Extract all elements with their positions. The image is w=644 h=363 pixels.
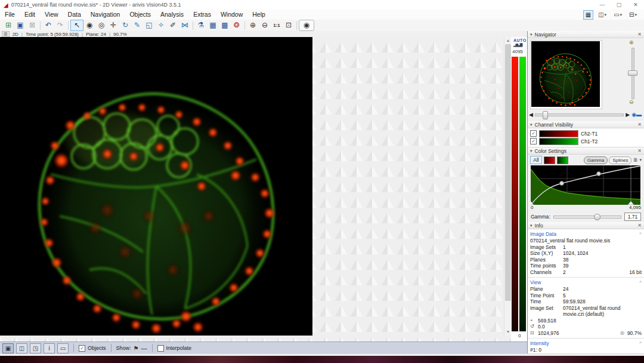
interpolate-checkbox[interactable] bbox=[157, 345, 164, 352]
layout-split-view-button[interactable]: ◫▾ bbox=[596, 10, 609, 20]
close-panel-icon[interactable]: ✕ bbox=[637, 122, 642, 127]
pan-hand-icon[interactable]: ✛ bbox=[107, 20, 119, 30]
objects-table-icon[interactable]: ▦ bbox=[207, 20, 219, 30]
collapse-up-icon[interactable]: ^ bbox=[639, 340, 642, 346]
menu-data[interactable]: Data bbox=[63, 10, 86, 20]
gamma-slider[interactable] bbox=[553, 216, 621, 219]
magnifier-icon[interactable]: ◎ bbox=[95, 20, 107, 30]
scalebar-icon[interactable]: — bbox=[141, 345, 147, 352]
close-button[interactable]: ✕ bbox=[627, 1, 644, 10]
navigator-header[interactable]: ▾ Navigator ✕ bbox=[528, 31, 644, 38]
color-settings-header[interactable]: ▾ Color Settings ✕ bbox=[528, 147, 644, 155]
nav-zoom-handle[interactable] bbox=[628, 70, 637, 76]
menu-objects[interactable]: Objects bbox=[125, 10, 156, 20]
image-data-section-header[interactable]: Image Data ^ bbox=[528, 229, 644, 238]
close-panel-icon[interactable]: ✕ bbox=[637, 148, 642, 153]
layout-windows-button[interactable]: ⊟▾ bbox=[627, 10, 639, 20]
color-picker-icon[interactable]: ◉ bbox=[83, 20, 95, 30]
histogram-curve-editor[interactable] bbox=[531, 165, 640, 205]
intensity-section-header[interactable]: Intensity ^ bbox=[528, 339, 644, 347]
close-panel-icon[interactable]: ✕ bbox=[637, 223, 642, 228]
close-panel-icon[interactable]: ✕ bbox=[637, 32, 642, 37]
red-channel-swatch[interactable] bbox=[544, 156, 555, 164]
redo-icon[interactable]: ↷ bbox=[54, 20, 66, 30]
image-filename: 070214_ventral flat round movie.sis bbox=[528, 238, 644, 244]
collapse-icon[interactable]: ▾ bbox=[530, 122, 532, 127]
nav-zoom-out-icon[interactable]: ⊖ bbox=[629, 99, 634, 105]
view-gallery-button[interactable]: ◫ bbox=[16, 343, 27, 353]
collapse-icon[interactable]: ▾ bbox=[530, 149, 532, 153]
collapse-icon[interactable]: ▾ bbox=[530, 32, 532, 37]
view-section-header[interactable]: View ^ bbox=[528, 278, 644, 286]
snapshot-camera-icon[interactable]: ◉ bbox=[299, 20, 314, 31]
undo-icon[interactable]: ↶ bbox=[42, 20, 54, 30]
slider-handle[interactable] bbox=[543, 111, 548, 119]
channel-visibility-header[interactable]: ▾ Channel Visibility ✕ bbox=[528, 121, 644, 128]
channel-color-swatch[interactable] bbox=[539, 138, 578, 145]
movie-export-icon[interactable]: ◉▬ bbox=[631, 112, 642, 118]
auto-contrast-button[interactable]: AUTO bbox=[513, 38, 527, 42]
magic-wand-icon[interactable]: ✧ bbox=[155, 20, 167, 30]
gamma-slider-handle[interactable] bbox=[594, 214, 600, 220]
splines-mode-button[interactable]: Splines bbox=[609, 156, 631, 164]
info-header[interactable]: ▾ Info ✕ bbox=[528, 222, 644, 229]
gamma-value-input[interactable]: 1.71 bbox=[624, 213, 641, 221]
open-file-icon[interactable]: ⊞ bbox=[2, 20, 14, 30]
channel-row[interactable]: ✓ Ch1-T2 bbox=[528, 137, 644, 145]
color-wheel-icon[interactable]: ❂ bbox=[231, 20, 243, 30]
rotate-view-icon[interactable]: ↻ bbox=[119, 20, 131, 30]
channel-checkbox[interactable]: ✓ bbox=[530, 138, 537, 144]
channel-row[interactable]: ✓ Ch2-T1 bbox=[528, 130, 644, 137]
table-settings-icon[interactable]: ▩ bbox=[219, 20, 231, 30]
close-file-icon[interactable]: ⊠ bbox=[26, 20, 38, 30]
collapse-icon[interactable]: ▾ bbox=[530, 223, 532, 228]
analysis-flask-icon[interactable]: ⚗ bbox=[195, 20, 207, 30]
layout-single-view-button[interactable]: ▦ bbox=[583, 10, 593, 20]
menu-analysis[interactable]: Analysis bbox=[156, 10, 188, 20]
annotations-icon[interactable]: ⚑ bbox=[134, 345, 139, 352]
scrollbar-thumb[interactable] bbox=[505, 44, 511, 301]
zoom-in-icon[interactable]: ⊕ bbox=[247, 20, 259, 30]
zoom-out-icon[interactable]: ⊖ bbox=[259, 20, 271, 30]
zoom-region-icon[interactable]: ◱ bbox=[143, 20, 155, 30]
viewer-canvas[interactable]: ▲ ▼ AUTO ▂▆▃▇ 4095 0 bbox=[0, 37, 527, 342]
layout-compare-button[interactable]: ▭▾ bbox=[611, 10, 624, 20]
track-graph-icon[interactable]: ⋈ bbox=[179, 20, 191, 30]
collapse-up-icon[interactable]: ^ bbox=[639, 231, 642, 237]
save-file-icon[interactable]: ▣ bbox=[14, 20, 26, 30]
view-info-button[interactable]: i bbox=[44, 343, 55, 353]
slider-track[interactable] bbox=[535, 113, 624, 116]
all-channels-button[interactable]: All bbox=[530, 156, 542, 164]
channel-checkbox[interactable]: ✓ bbox=[530, 130, 537, 137]
gamma-mode-button[interactable]: Gamma bbox=[584, 156, 608, 164]
presets-icon[interactable]: 🗎 bbox=[633, 157, 638, 163]
collapse-up-icon[interactable]: ^ bbox=[639, 279, 642, 285]
menu-file[interactable]: File bbox=[0, 10, 20, 20]
objects-checkbox[interactable]: ✓ bbox=[79, 345, 85, 352]
nav-zoom-in-icon[interactable]: ⊕ bbox=[629, 39, 634, 45]
navigator-thumbnail[interactable] bbox=[530, 40, 602, 109]
menu-edit[interactable]: Edit bbox=[20, 10, 40, 20]
channel-color-swatch[interactable] bbox=[539, 130, 578, 137]
menu-help[interactable]: Help bbox=[247, 10, 270, 20]
histogram-icon[interactable]: ▂▆▃▇ bbox=[513, 42, 522, 47]
select-pointer-icon[interactable]: ↖ bbox=[70, 20, 83, 31]
maximize-button[interactable]: ▢ bbox=[611, 1, 627, 10]
menu-view[interactable]: View bbox=[40, 10, 63, 20]
slider-right-icon[interactable]: ▶ bbox=[626, 112, 630, 118]
brush-icon[interactable]: ✎ bbox=[131, 20, 143, 30]
measure-icon[interactable]: ✐ bbox=[167, 20, 179, 30]
green-channel-swatch[interactable] bbox=[557, 156, 568, 164]
view-3d-button[interactable]: ◳ bbox=[30, 343, 41, 353]
view-presentation-button[interactable]: ▭ bbox=[57, 343, 69, 353]
microscopy-image[interactable] bbox=[0, 37, 312, 336]
view-2d-button[interactable]: ▣ bbox=[2, 343, 14, 353]
slider-left-icon[interactable]: ◀ bbox=[529, 112, 533, 118]
minimize-button[interactable]: — bbox=[594, 1, 611, 10]
menu-navigation[interactable]: Navigation bbox=[86, 10, 125, 20]
fit-to-window-icon[interactable]: ⊡ bbox=[283, 20, 295, 30]
zoom-1to1-icon[interactable]: 1:1 bbox=[271, 20, 283, 30]
chevron-down-icon[interactable]: ▾ bbox=[639, 158, 642, 162]
menu-window[interactable]: Window bbox=[216, 10, 247, 20]
menu-extras[interactable]: Extras bbox=[188, 10, 216, 20]
